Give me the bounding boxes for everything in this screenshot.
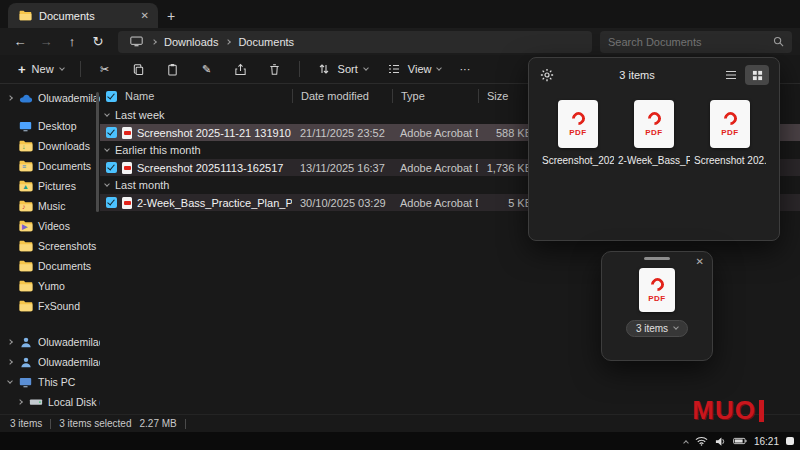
this-pc-icon[interactable] xyxy=(128,34,144,50)
chevron-right-icon[interactable] xyxy=(7,339,13,345)
select-all-checkbox[interactable] xyxy=(106,91,117,102)
search-input[interactable] xyxy=(608,36,767,48)
sidebar-item-downloads[interactable]: ↓ Downloads xyxy=(0,136,100,156)
drive-icon xyxy=(28,395,43,409)
shelf-item-count-button[interactable]: 3 items xyxy=(626,320,688,337)
onedrive-cloud-icon xyxy=(18,91,33,105)
checkbox-checked-icon[interactable] xyxy=(106,197,117,208)
close-tab-icon[interactable]: ✕ xyxy=(141,10,149,21)
folder-icon xyxy=(18,259,33,273)
chevron-down-icon[interactable] xyxy=(104,181,110,187)
acrobat-swirl-icon xyxy=(569,109,587,127)
document-lines-icon: ≡ xyxy=(22,163,26,170)
sidebar-item-documents[interactable]: ≡ Documents xyxy=(0,156,100,176)
sidebar-item-label: Yumo xyxy=(38,280,65,292)
chevron-down-icon[interactable] xyxy=(104,111,110,117)
this-pc-icon xyxy=(18,375,33,389)
forward-button[interactable]: → xyxy=(34,31,58,53)
tab-documents[interactable]: Documents ✕ xyxy=(8,3,158,28)
navigation-bar: ← → ↑ ↻ Downloads Documents xyxy=(0,28,800,55)
column-header-name[interactable]: Name xyxy=(100,89,292,103)
chevron-right-icon[interactable] xyxy=(17,399,23,405)
copy-button[interactable] xyxy=(123,57,155,81)
folder-icon xyxy=(18,299,33,313)
back-button[interactable]: ← xyxy=(8,31,32,53)
sidebar-item-desktop[interactable]: Desktop xyxy=(0,116,100,136)
toolbar-divider xyxy=(80,61,81,77)
delete-button[interactable] xyxy=(259,57,291,81)
sidebar-item-this-pc[interactable]: This PC xyxy=(0,372,100,392)
sidebar-item-label: Downloads xyxy=(38,140,90,152)
sidebar-item-fxsound[interactable]: FxSound xyxy=(0,296,100,316)
tab-title: Documents xyxy=(39,10,95,22)
breadcrumb[interactable]: Downloads Documents xyxy=(118,31,592,53)
rename-button[interactable]: ✎ xyxy=(191,57,223,81)
notification-center-icon[interactable] xyxy=(786,437,794,445)
sidebar-item-music[interactable]: ♪ Music xyxy=(0,196,100,216)
share-button[interactable] xyxy=(225,57,257,81)
sidebar-scrollbar[interactable] xyxy=(96,92,99,212)
chevron-down-icon[interactable] xyxy=(7,378,13,384)
chevron-right-icon[interactable] xyxy=(226,39,232,45)
flyout-item[interactable]: PDF Screenshot 202... xyxy=(695,100,765,166)
search-box[interactable] xyxy=(600,31,792,53)
cut-button[interactable]: ✂ xyxy=(89,57,121,81)
file-date: 30/10/2025 03:29 xyxy=(292,197,392,209)
file-type: Adobe Acrobat Docu... xyxy=(392,162,478,174)
search-icon[interactable] xyxy=(773,36,784,47)
grid-view-toggle[interactable] xyxy=(745,65,769,85)
up-button[interactable]: ↑ xyxy=(60,31,84,53)
acrobat-swirl-icon xyxy=(645,109,663,127)
new-tab-button[interactable]: + xyxy=(158,4,184,28)
sidebar-item-local-disk-c[interactable]: Local Disk (C:) xyxy=(0,392,100,412)
wifi-icon[interactable] xyxy=(695,436,708,446)
status-bar: 3 items 3 items selected 2.27 MB xyxy=(0,414,800,432)
view-button[interactable]: View xyxy=(378,57,450,81)
speaker-icon[interactable] xyxy=(715,436,726,447)
breadcrumb-item-downloads[interactable]: Downloads xyxy=(164,36,218,48)
flyout-item[interactable]: PDF 2-Week_Bass_P... xyxy=(619,100,689,166)
drag-handle[interactable] xyxy=(644,257,670,260)
chevron-right-icon[interactable] xyxy=(7,359,13,365)
taskbar-clock[interactable]: 16:21 xyxy=(754,436,779,447)
breadcrumb-item-documents[interactable]: Documents xyxy=(238,36,294,48)
sidebar-item-yumo[interactable]: Yumo xyxy=(0,276,100,296)
sidebar-item-videos[interactable]: ▶ Videos xyxy=(0,216,100,236)
status-item-count: 3 items xyxy=(10,418,42,429)
column-header-date-modified[interactable]: Date modified xyxy=(292,89,392,103)
chevron-down-icon[interactable] xyxy=(104,146,110,152)
sort-button[interactable]: Sort xyxy=(308,57,376,81)
tab-bar: Documents ✕ + xyxy=(0,0,800,28)
checkbox-checked-icon[interactable] xyxy=(106,162,117,173)
sidebar-item-screenshots[interactable]: Screenshots xyxy=(0,236,100,256)
gear-icon[interactable] xyxy=(539,67,555,83)
sidebar-item-label: Screenshots xyxy=(38,240,96,252)
hidden-icons-chevron[interactable] xyxy=(684,438,688,445)
refresh-button[interactable]: ↻ xyxy=(86,31,110,53)
sidebar-item-label: Oluwademilade xyxy=(38,92,100,104)
downloads-folder-icon: ↓ xyxy=(18,139,33,153)
more-options-button[interactable]: ··· xyxy=(451,57,478,81)
cut-icon: ✂ xyxy=(97,61,113,77)
picture-icon: ▲ xyxy=(22,183,29,190)
close-icon[interactable]: ✕ xyxy=(696,256,704,267)
chevron-right-icon[interactable] xyxy=(151,39,157,45)
status-selected-size: 2.27 MB xyxy=(140,418,177,429)
column-header-type[interactable]: Type xyxy=(392,89,478,103)
sidebar-item-documents-folder[interactable]: Documents xyxy=(0,256,100,276)
drag-shelf[interactable]: ✕ PDF 3 items xyxy=(601,251,713,361)
paste-button[interactable] xyxy=(157,57,189,81)
battery-icon[interactable] xyxy=(733,437,747,445)
checkbox-checked-icon[interactable] xyxy=(106,127,117,138)
sidebar-item-pictures[interactable]: ▲ Pictures xyxy=(0,176,100,196)
sidebar-item-user-onedrive-2[interactable]: Oluwademilade' xyxy=(0,352,100,372)
pdf-file-icon: PDF xyxy=(639,268,675,312)
new-button[interactable]: + New xyxy=(10,57,72,81)
list-view-toggle[interactable] xyxy=(719,65,743,85)
sidebar-item-label: Pictures xyxy=(38,180,76,192)
flyout-item[interactable]: PDF Screenshot_202... xyxy=(543,100,613,166)
sidebar-item-onedrive[interactable]: Oluwademilade xyxy=(0,88,100,108)
sidebar-item-user-onedrive-1[interactable]: Oluwademilade' xyxy=(0,332,100,352)
chevron-right-icon[interactable] xyxy=(7,95,13,101)
pdf-label: PDF xyxy=(721,128,739,137)
